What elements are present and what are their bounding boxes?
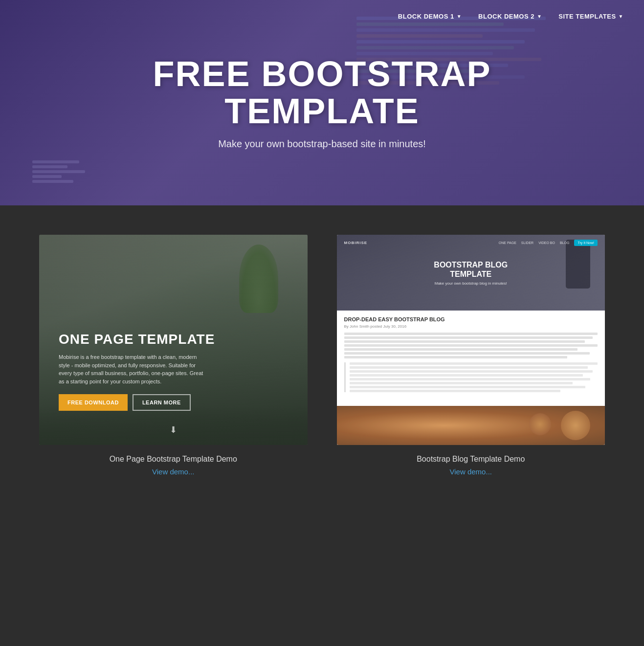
card-blog-label: Bootstrap Blog Template Demo — [417, 455, 525, 464]
main-content: ONE PAGE TEMPLATE Mobirise is a free boo… — [0, 205, 644, 515]
card-one-page-link[interactable]: View demo... — [152, 468, 194, 476]
nav-label: BLOCK DEMOS 2 — [478, 13, 534, 20]
hero-subtitle: Make your own bootstrap-based site in mi… — [153, 138, 491, 150]
nav-block-demos-2[interactable]: BLOCK DEMOS 2 ▼ — [472, 9, 548, 24]
hero-title: FREE BOOTSTRAP TEMPLATE — [153, 56, 491, 130]
card1-buttons: FREE DOWNLOAD LEARN MORE — [59, 394, 215, 411]
card2-template-subtitle: Make your own bootstrap blog in minutes! — [434, 281, 508, 286]
chevron-down-icon: ▼ — [457, 14, 462, 19]
nav-link-blog: BLOG — [560, 241, 569, 245]
card-one-page-image[interactable]: ONE PAGE TEMPLATE Mobirise is a free boo… — [39, 235, 308, 445]
card2-hero-title: BOOTSTRAP BLOGTEMPLATE Make your own boo… — [434, 260, 508, 285]
card2-article-title: DROP-DEAD EASY BOOTSTRAP BLOG — [344, 316, 598, 322]
nav-label: BLOCK DEMOS 1 — [398, 13, 454, 20]
cards-grid: ONE PAGE TEMPLATE Mobirise is a free boo… — [39, 235, 605, 476]
card1-description: Mobirise is a free bootstrap template wi… — [59, 353, 205, 385]
card1-content: ONE PAGE TEMPLATE Mobirise is a free boo… — [59, 332, 215, 411]
card-one-page: ONE PAGE TEMPLATE Mobirise is a free boo… — [39, 235, 308, 476]
nav-block-demos-1[interactable]: BLOCK DEMOS 1 ▼ — [392, 9, 467, 24]
chevron-down-icon: ▼ — [619, 14, 623, 19]
card2-navigation: MOBIRISE ONE PAGE SLIDER VIDEO BO BLOG T… — [337, 240, 605, 246]
nav-label: SITE TEMPLATES — [558, 13, 616, 20]
card1-title: ONE PAGE TEMPLATE — [59, 332, 215, 347]
learn-more-button[interactable]: LEARN MORE — [133, 394, 191, 411]
nav-link-slider: SLIDER — [521, 241, 533, 245]
navigation: BLOCK DEMOS 1 ▼ BLOCK DEMOS 2 ▼ SITE TEM… — [378, 0, 644, 33]
card-blog-image[interactable]: MOBIRISE ONE PAGE SLIDER VIDEO BO BLOG T… — [337, 235, 605, 445]
card-blog: MOBIRISE ONE PAGE SLIDER VIDEO BO BLOG T… — [337, 235, 605, 476]
scroll-down-icon: ⬇ — [170, 424, 177, 435]
card2-nav-links: ONE PAGE SLIDER VIDEO BO BLOG Try It Now… — [499, 240, 598, 246]
card2-byline: By John Smith posted July 30, 2016 — [344, 324, 598, 329]
free-download-button[interactable]: FREE DOWNLOAD — [59, 394, 128, 411]
hero-left-decoration — [32, 160, 91, 185]
card2-brand: MOBIRISE — [344, 241, 368, 245]
card-blog-link[interactable]: View demo... — [450, 468, 492, 476]
hero-content: FREE BOOTSTRAP TEMPLATE Make your own bo… — [153, 56, 491, 150]
card2-food-image — [337, 406, 605, 445]
card2-template-title: BOOTSTRAP BLOGTEMPLATE — [434, 260, 508, 278]
nav-link-video: VIDEO BO — [538, 241, 555, 245]
chevron-down-icon: ▼ — [537, 14, 542, 19]
card2-top: MOBIRISE ONE PAGE SLIDER VIDEO BO BLOG T… — [337, 235, 605, 311]
nav-link-onepage: ONE PAGE — [499, 241, 516, 245]
card2-quote-block — [344, 362, 598, 392]
nav-cta-button[interactable]: Try It Now! — [574, 240, 598, 246]
nav-site-templates[interactable]: SITE TEMPLATES ▼ — [553, 9, 629, 24]
card-one-page-label: One Page Bootstrap Template Demo — [110, 455, 237, 464]
card2-text-block — [344, 333, 598, 358]
